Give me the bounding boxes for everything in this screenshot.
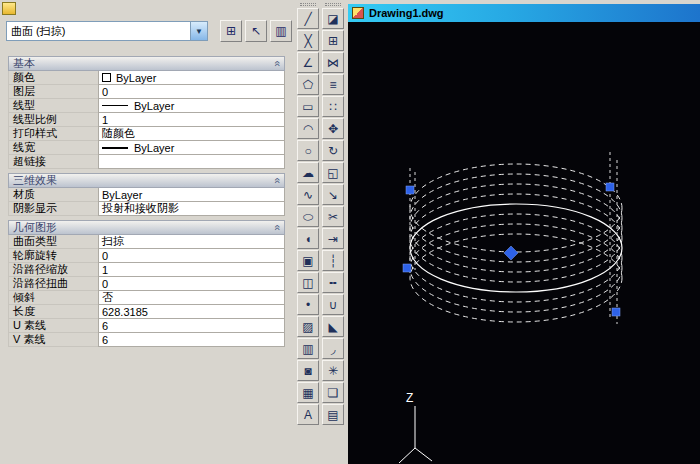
property-value-text: 否 bbox=[102, 291, 113, 305]
property-value[interactable]: 投射和接收阴影 bbox=[98, 202, 285, 216]
erase-button[interactable]: ◪ bbox=[322, 8, 344, 29]
object-type-select[interactable]: 曲面 (扫掠) ▼ bbox=[6, 21, 208, 41]
fillet-button[interactable]: ◞ bbox=[322, 338, 344, 359]
grip-point[interactable] bbox=[406, 186, 414, 194]
quick-select-button[interactable]: ▥ bbox=[270, 20, 292, 42]
collapse-chevron-icon[interactable]: « bbox=[271, 177, 282, 183]
polyline-button[interactable]: ∠ bbox=[297, 52, 319, 73]
arc-icon: ◠ bbox=[303, 122, 313, 136]
property-value[interactable]: 否 bbox=[98, 291, 285, 305]
property-value[interactable]: 6 bbox=[98, 319, 285, 333]
property-label: 倾斜 bbox=[8, 291, 98, 305]
property-row: 颜色ByLayer bbox=[8, 71, 285, 85]
section-header-1[interactable]: 三维效果« bbox=[8, 173, 285, 188]
chevron-down-icon[interactable]: ▼ bbox=[190, 22, 207, 40]
section-header-2[interactable]: 几何图形« bbox=[8, 220, 285, 235]
line-button[interactable]: ╱ bbox=[297, 8, 319, 29]
grip-point[interactable] bbox=[606, 183, 614, 191]
multiline-text-icon: A bbox=[304, 408, 312, 422]
autocad-window: { "palette": { "selector_value": "曲面 (扫掠… bbox=[0, 0, 700, 464]
arc-button[interactable]: ◠ bbox=[297, 118, 319, 139]
table-button[interactable]: ▦ bbox=[297, 382, 319, 403]
properties-button[interactable]: ▤ bbox=[322, 404, 344, 425]
region-button[interactable]: ◙ bbox=[297, 360, 319, 381]
table-icon: ▦ bbox=[302, 386, 313, 400]
linetype-sample-icon bbox=[102, 105, 128, 106]
erase-icon: ◪ bbox=[327, 12, 338, 26]
stretch-button[interactable]: ↘ bbox=[322, 184, 344, 205]
palette-icon bbox=[2, 2, 16, 15]
grip-point[interactable] bbox=[403, 264, 411, 272]
insert-block-button[interactable]: ▣ bbox=[297, 250, 319, 271]
property-row: 长度628.3185 bbox=[8, 305, 285, 319]
property-value[interactable]: 0 bbox=[98, 85, 285, 99]
property-value[interactable]: 随颜色 bbox=[98, 127, 285, 141]
collapse-chevron-icon[interactable]: « bbox=[271, 224, 282, 230]
property-value[interactable]: 0 bbox=[98, 249, 285, 263]
join-button[interactable]: ∪ bbox=[322, 294, 344, 315]
property-row: 沿路径扭曲0 bbox=[8, 277, 285, 291]
extend-button[interactable]: ⇥ bbox=[322, 228, 344, 249]
break-button[interactable]: ╍ bbox=[322, 272, 344, 293]
grip-point[interactable] bbox=[612, 308, 620, 316]
polygon-button[interactable]: ⬠ bbox=[297, 74, 319, 95]
circle-button[interactable]: ○ bbox=[297, 140, 319, 161]
revision-cloud-button[interactable]: ☁ bbox=[297, 162, 319, 183]
property-value[interactable]: ByLayer bbox=[98, 141, 285, 155]
array-button[interactable]: ∷ bbox=[322, 96, 344, 117]
move-button[interactable]: ✥ bbox=[322, 118, 344, 139]
property-value[interactable]: ByLayer bbox=[98, 188, 285, 202]
property-row: 线型ByLayer bbox=[8, 99, 285, 113]
property-value[interactable]: 6 bbox=[98, 333, 285, 347]
multiline-text-button[interactable]: A bbox=[297, 404, 319, 425]
make-block-icon: ◫ bbox=[302, 276, 313, 290]
mirror-button[interactable]: ⋈ bbox=[322, 52, 344, 73]
spline-icon: ∿ bbox=[303, 188, 313, 202]
drawing-canvas[interactable]: Z bbox=[348, 22, 700, 464]
offset-button[interactable]: ≡ bbox=[322, 74, 344, 95]
toolbar-grip[interactable] bbox=[325, 3, 341, 6]
property-label: U 素线 bbox=[8, 319, 98, 333]
toggle-pickadd-button[interactable]: ⊞ bbox=[220, 20, 242, 42]
property-value[interactable]: 扫掠 bbox=[98, 235, 285, 249]
make-block-button[interactable]: ◫ bbox=[297, 272, 319, 293]
polyline-icon: ∠ bbox=[303, 56, 314, 70]
point-button[interactable]: • bbox=[297, 294, 319, 315]
section-header-0[interactable]: 基本« bbox=[8, 56, 285, 71]
property-value[interactable]: 0 bbox=[98, 277, 285, 291]
collapse-chevron-icon[interactable]: « bbox=[271, 60, 282, 66]
property-value[interactable]: 628.3185 bbox=[98, 305, 285, 319]
construction-line-button[interactable]: ╳ bbox=[297, 30, 319, 51]
property-value[interactable]: 1 bbox=[98, 113, 285, 127]
center-grip-diamond[interactable] bbox=[504, 246, 518, 260]
rotate-button[interactable]: ↻ bbox=[322, 140, 344, 161]
property-value[interactable] bbox=[98, 155, 285, 169]
property-label: 材质 bbox=[8, 188, 98, 202]
region-icon: ◙ bbox=[304, 364, 311, 378]
palette-tool-buttons: ⊞↖▥ bbox=[217, 20, 292, 42]
scale-button[interactable]: ◱ bbox=[322, 162, 344, 183]
draw-order-button[interactable]: ❏ bbox=[322, 382, 344, 403]
property-value[interactable]: 1 bbox=[98, 263, 285, 277]
toolbar-grip[interactable] bbox=[300, 3, 316, 6]
copy-icon: ⊞ bbox=[328, 34, 338, 48]
rectangle-button[interactable]: ▭ bbox=[297, 96, 319, 117]
toggle-pickadd-icon: ⊞ bbox=[226, 24, 236, 38]
hatch-button[interactable]: ▨ bbox=[297, 316, 319, 337]
spline-button[interactable]: ∿ bbox=[297, 184, 319, 205]
ellipse-button[interactable]: ⬭ bbox=[297, 206, 319, 227]
property-value[interactable]: ByLayer bbox=[98, 99, 285, 113]
drawing-titlebar[interactable]: Drawing1.dwg bbox=[348, 4, 700, 22]
ellipse-arc-icon: ◖ bbox=[304, 232, 311, 246]
select-objects-button[interactable]: ↖ bbox=[245, 20, 267, 42]
chamfer-button[interactable]: ◣ bbox=[322, 316, 344, 337]
color-swatch bbox=[102, 73, 111, 82]
copy-button[interactable]: ⊞ bbox=[322, 30, 344, 51]
trim-button[interactable]: ✂ bbox=[322, 206, 344, 227]
break-at-point-button[interactable]: ┆ bbox=[322, 250, 344, 271]
gradient-button[interactable]: ▥ bbox=[297, 338, 319, 359]
trim-icon: ✂ bbox=[328, 210, 338, 224]
ellipse-arc-button[interactable]: ◖ bbox=[297, 228, 319, 249]
explode-button[interactable]: ✳ bbox=[322, 360, 344, 381]
property-value[interactable]: ByLayer bbox=[98, 71, 285, 85]
